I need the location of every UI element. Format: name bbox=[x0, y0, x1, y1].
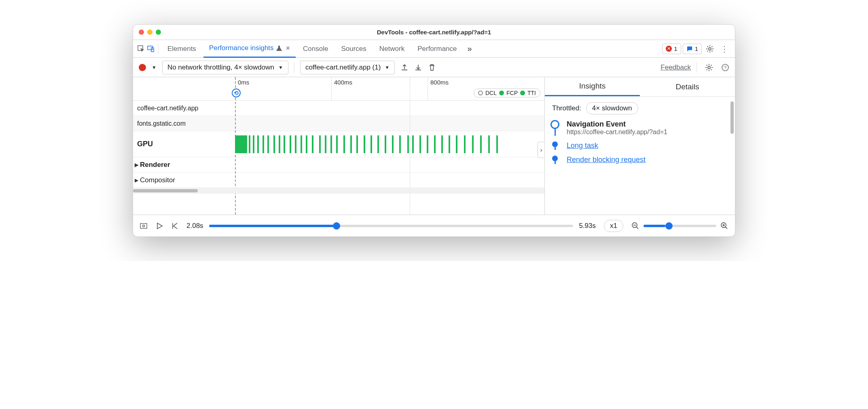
render-blocking-link[interactable]: Render blocking request bbox=[567, 156, 646, 164]
more-tabs-icon[interactable]: » bbox=[464, 44, 475, 53]
tti-label: TTI bbox=[527, 90, 536, 96]
tab-close-icon[interactable]: × bbox=[286, 44, 290, 53]
timeline-panel: 0ms 400ms 800ms DCL FCP TTI ⟲ coffee-car… bbox=[133, 77, 545, 215]
tti-marker-icon bbox=[520, 91, 525, 95]
preview-icon[interactable] bbox=[140, 222, 148, 230]
insights-event-list: Navigation Event https://coffee-cart.net… bbox=[545, 120, 735, 170]
ruler-tick: 400ms bbox=[331, 77, 355, 100]
error-count: 1 bbox=[674, 45, 677, 52]
traffic-lights bbox=[139, 30, 161, 35]
message-count: 1 bbox=[695, 45, 698, 52]
titlebar: DevTools - coffee-cart.netlify.app/?ad=1 bbox=[133, 25, 735, 40]
feedback-link[interactable]: Feedback bbox=[661, 63, 691, 72]
zoom-controls bbox=[631, 222, 728, 230]
throttle-chip[interactable]: 4× slowdown bbox=[586, 102, 638, 114]
tab-elements[interactable]: Elements bbox=[162, 40, 202, 58]
time-start: 2.08s bbox=[186, 222, 203, 230]
panel-settings-icon[interactable] bbox=[703, 63, 716, 72]
gpu-track-row[interactable]: GPU bbox=[133, 131, 544, 157]
insights-panel: Insights Details Throttled: 4× slowdown … bbox=[545, 77, 735, 215]
disclosure-triangle-icon: ▶ bbox=[135, 177, 138, 183]
tab-performance-insights[interactable]: Performance insights × bbox=[203, 40, 296, 58]
chevron-down-icon: ▼ bbox=[278, 65, 283, 70]
nav-event-url: https://coffee-cart.netlify.app/?ad=1 bbox=[567, 129, 728, 136]
dcl-label: DCL bbox=[485, 90, 497, 96]
time-end: 5.93s bbox=[579, 222, 596, 230]
gpu-label: GPU bbox=[133, 140, 235, 148]
record-dropdown-icon[interactable]: ▼ bbox=[152, 65, 157, 70]
renderer-label: Renderer bbox=[140, 161, 170, 169]
long-task-link[interactable]: Long task bbox=[567, 141, 598, 150]
export-icon[interactable] bbox=[400, 63, 409, 72]
nav-event-title: Navigation Event bbox=[567, 120, 728, 129]
tab-console[interactable]: Console bbox=[297, 40, 334, 58]
tab-insights[interactable]: Insights bbox=[545, 77, 640, 96]
maximize-window[interactable] bbox=[156, 30, 161, 35]
svg-point-3 bbox=[709, 48, 711, 50]
timing-markers-legend: DCL FCP TTI bbox=[474, 89, 540, 97]
record-button[interactable] bbox=[139, 64, 146, 71]
svg-point-4 bbox=[708, 66, 710, 69]
page-value: coffee-cart.netlify.app (1) bbox=[305, 63, 381, 72]
render-blocking-row: Render blocking request bbox=[549, 156, 728, 164]
inspect-icon[interactable] bbox=[137, 45, 145, 53]
skip-back-icon[interactable] bbox=[171, 222, 178, 230]
disclosure-triangle-icon: ▶ bbox=[135, 162, 138, 168]
speed-chip[interactable]: x1 bbox=[604, 220, 623, 232]
nav-event-marker-icon bbox=[550, 120, 559, 129]
compositor-section-row[interactable]: ▶ Compositor bbox=[133, 173, 544, 188]
svg-point-8 bbox=[143, 225, 145, 227]
kebab-menu-icon[interactable]: ⋮ bbox=[718, 44, 731, 54]
throttling-value: No network throttling, 4× slowdown bbox=[167, 63, 274, 72]
main-toolbar: Elements Performance insights × Console … bbox=[133, 40, 735, 58]
zoom-in-icon[interactable] bbox=[720, 222, 728, 230]
dcl-marker-icon bbox=[478, 91, 483, 95]
playback-footer: 2.08s 5.93s x1 bbox=[133, 215, 735, 236]
tab-network[interactable]: Network bbox=[374, 40, 410, 58]
right-tabs: Insights Details bbox=[545, 77, 735, 97]
network-track-row[interactable]: coffee-cart.netlify.app bbox=[133, 101, 544, 116]
throttle-label: Throttled: bbox=[552, 104, 581, 112]
time-slider[interactable] bbox=[209, 225, 574, 227]
tab-details[interactable]: Details bbox=[640, 77, 735, 96]
network-track-row[interactable]: fonts.gstatic.com bbox=[133, 116, 544, 131]
flask-icon bbox=[276, 45, 282, 51]
throttling-select[interactable]: No network throttling, 4× slowdown ▼ bbox=[162, 61, 288, 74]
tab-performance[interactable]: Performance bbox=[412, 40, 462, 58]
navigation-start-marker[interactable]: ⟲ bbox=[232, 89, 241, 97]
fcp-marker-icon bbox=[499, 91, 504, 95]
minimize-window[interactable] bbox=[147, 30, 152, 35]
gpu-activity-bars bbox=[235, 135, 544, 153]
tab-label: Performance insights bbox=[209, 44, 274, 52]
throttle-status-row: Throttled: 4× slowdown bbox=[545, 97, 735, 120]
ruler-tick: 800ms bbox=[428, 77, 451, 100]
zoom-slider[interactable] bbox=[644, 225, 716, 227]
play-icon[interactable] bbox=[156, 222, 163, 230]
time-ruler[interactable]: 0ms 400ms 800ms DCL FCP TTI bbox=[133, 77, 544, 101]
import-icon[interactable] bbox=[414, 63, 422, 72]
zoom-out-icon[interactable] bbox=[631, 222, 639, 230]
renderer-section-row[interactable]: ▶ Renderer bbox=[133, 157, 544, 173]
page-select[interactable]: coffee-cart.netlify.app (1) ▼ bbox=[300, 61, 395, 74]
vertical-scrollbar[interactable] bbox=[729, 77, 735, 215]
horizontal-scrollbar[interactable] bbox=[133, 188, 544, 194]
window-title: DevTools - coffee-cart.netlify.app/?ad=1 bbox=[377, 29, 491, 36]
svg-text:?: ? bbox=[724, 65, 726, 70]
delete-icon[interactable] bbox=[428, 63, 436, 72]
help-icon[interactable]: ? bbox=[721, 63, 729, 72]
settings-icon[interactable] bbox=[703, 45, 716, 53]
fcp-label: FCP bbox=[506, 90, 518, 96]
message-count-badge[interactable]: 1 bbox=[683, 44, 702, 54]
tab-sources[interactable]: Sources bbox=[335, 40, 372, 58]
nav-event-row: Navigation Event https://coffee-cart.net… bbox=[549, 120, 728, 136]
device-toolbar-icon[interactable] bbox=[147, 45, 155, 53]
panel-expander[interactable]: › bbox=[538, 142, 545, 158]
svg-rect-7 bbox=[140, 223, 147, 228]
long-task-row: Long task bbox=[549, 141, 728, 150]
message-icon bbox=[686, 46, 693, 52]
close-window[interactable] bbox=[139, 30, 144, 35]
sub-toolbar: ▼ No network throttling, 4× slowdown ▼ c… bbox=[133, 58, 735, 77]
chevron-down-icon: ▼ bbox=[385, 65, 390, 70]
compositor-label: Compositor bbox=[140, 176, 175, 184]
error-count-badge[interactable]: ✕ 1 bbox=[662, 44, 681, 54]
